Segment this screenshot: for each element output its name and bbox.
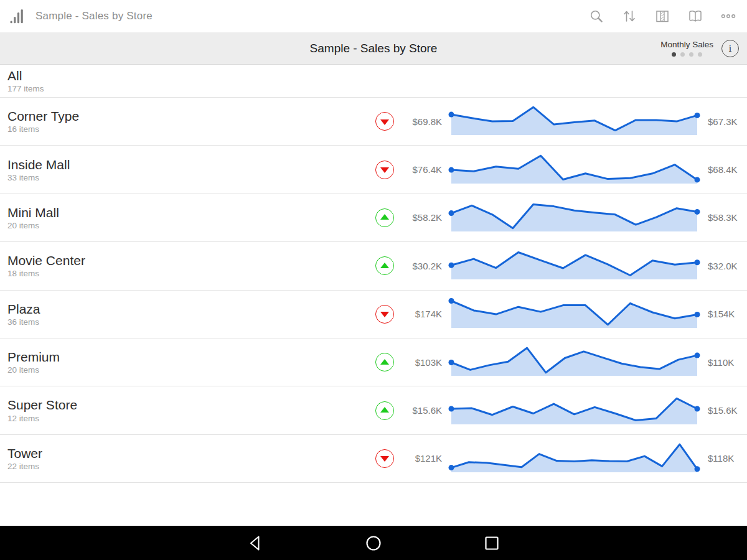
end-value: $15.6K [708,405,738,416]
sparkline-chart [448,151,700,189]
trend-down-icon [375,161,394,179]
pager-dot [698,52,702,57]
start-value: $58.2K [394,212,442,223]
store-items: 33 items [7,173,375,182]
start-value: $15.6K [394,405,442,416]
summary-title: All [7,68,747,83]
trend-arrow [380,312,389,317]
store-name: Premium [7,350,375,365]
pager-dot [680,52,685,57]
store-row[interactable]: Corner Type 16 items $69.8K $67.3K [0,98,747,146]
sparkline-chart [448,199,700,236]
store-items: 20 items [7,221,375,230]
metric-label: Monthly Sales [660,40,713,49]
trend-down-icon [375,112,394,131]
store-items: 18 items [7,269,375,278]
info-icon[interactable]: i [721,40,739,57]
recents-icon[interactable] [482,534,501,553]
store-items: 36 items [7,317,375,327]
table-columns-icon[interactable] [655,9,670,24]
store-items: 22 items [7,462,375,471]
metric-pager[interactable]: Monthly Sales [660,40,713,57]
start-value: $103K [394,357,442,368]
store-row[interactable]: Inside Mall 33 items $76.4K $68.4K [0,146,747,194]
end-value: $58.3K [708,212,738,223]
sparkline-chart [448,247,700,284]
store-row[interactable]: Premium 20 items $103K $110K [0,338,747,386]
app-title: Sample - Sales by Store [35,10,589,22]
sparkline-chart [448,296,700,333]
app-bar: Sample - Sales by Store [0,0,747,32]
end-value: $32.0K [708,261,738,271]
search-icon[interactable] [589,9,604,24]
pager-dot [672,52,676,57]
store-items: 12 items [7,414,375,423]
trend-arrow [380,456,389,462]
bar-chart-logo-icon [9,7,27,26]
store-items: 20 items [7,365,375,375]
trend-arrow [380,167,389,173]
android-nav-bar [0,526,747,560]
store-row[interactable]: Movie Center 18 items $30.2K $32.0K [0,242,747,290]
trend-up-icon [375,401,394,420]
trend-up-icon [375,256,394,275]
trend-arrow [380,263,389,268]
sparkline-chart [448,103,700,140]
store-name: Plaza [7,302,375,317]
trend-arrow [380,359,389,365]
store-name: Inside Mall [7,157,375,172]
store-row[interactable]: Plaza 36 items $174K $154K [0,291,747,338]
pager-dot [689,52,693,57]
trend-down-icon [375,305,394,324]
sparkline-chart [448,440,700,477]
trend-arrow [380,214,389,220]
end-value: $68.4K [708,164,738,175]
end-value: $118K [708,453,734,464]
summary-count: 177 items [7,84,747,93]
trend-arrow [380,119,389,125]
reader-book-icon[interactable] [688,9,703,24]
sort-icon[interactable] [622,9,637,24]
store-name: Tower [7,446,375,461]
sparkline-chart [448,392,700,429]
start-value: $30.2K [394,261,442,271]
end-value: $110K [708,357,734,368]
store-items: 16 items [7,124,375,134]
trend-down-icon [375,449,394,468]
start-value: $76.4K [394,164,442,175]
end-value: $154K [708,309,735,319]
trend-arrow [380,407,389,413]
overflow-menu-icon[interactable] [721,9,736,24]
view-title: Sample - Sales by Store [310,42,438,55]
store-name: Super Store [7,398,375,413]
store-row[interactable]: Super Store 12 items $15.6K $15.6K [0,386,747,434]
trend-up-icon [375,208,394,227]
pager-dots [672,52,702,57]
back-icon[interactable] [246,534,265,553]
view-header: Sample - Sales by Store Monthly Sales i [0,32,747,65]
sparkline-chart [448,343,700,381]
app-actions [589,9,736,24]
home-icon[interactable] [364,534,383,553]
store-row[interactable]: Tower 22 items $121K $118K [0,435,747,483]
trend-up-icon [375,353,394,371]
end-value: $67.3K [708,116,738,127]
store-name: Corner Type [7,109,375,124]
store-row[interactable]: Mini Mall 20 items $58.2K $58.3K [0,194,747,242]
start-value: $174K [394,309,442,319]
start-value: $69.8K [394,116,442,127]
store-name: Mini Mall [7,205,375,220]
start-value: $121K [394,453,442,464]
store-list: Corner Type 16 items $69.8K $67.3K Insid… [0,98,747,483]
store-name: Movie Center [7,253,375,268]
summary-row-all[interactable]: All 177 items [0,65,747,98]
